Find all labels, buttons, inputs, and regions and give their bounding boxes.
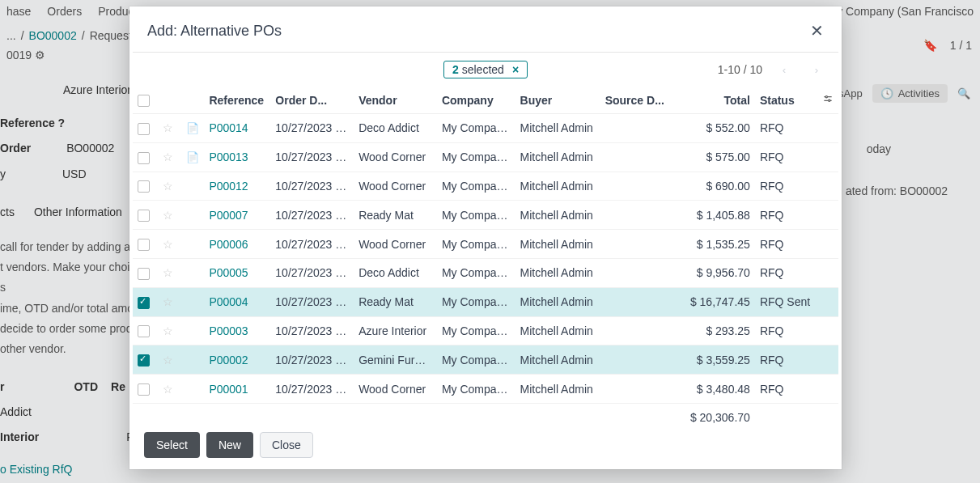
reference-link[interactable]: P00002 (209, 354, 248, 366)
total-value: $ 552.00 (706, 121, 750, 134)
table-row[interactable]: ☆ P00003 10/27/2023 0... Azure Interior … (133, 316, 838, 345)
vendor-name: Azure Interior (358, 324, 426, 337)
row-checkbox[interactable] (138, 123, 150, 135)
table-row[interactable]: ☆ P00005 10/27/2023 0... Deco Addict My … (133, 258, 838, 287)
order-date: 10/27/2023 0... (275, 180, 346, 193)
star-icon[interactable]: ☆ (163, 324, 173, 337)
total-value: $ 1,535.25 (697, 238, 750, 251)
order-date: 10/27/2023 0... (275, 295, 346, 308)
star-icon[interactable]: ☆ (163, 150, 173, 163)
total-value: $ 3,480.48 (697, 383, 750, 396)
status-value: RFQ Sent (760, 295, 810, 308)
order-date: 10/27/2023 0... (275, 383, 346, 396)
table-row[interactable]: ☆ 📄 P00013 10/27/2023 0... Wood Corner M… (133, 142, 838, 172)
reference-link[interactable]: P00014 (209, 121, 248, 134)
activity-icon[interactable]: 📄 (186, 151, 199, 163)
selection-pill[interactable]: 2 selected × (443, 61, 528, 78)
star-icon[interactable]: ☆ (163, 266, 173, 279)
add-alternative-pos-modal: Add: Alternative POs ✕ 2 selected × 1-10… (129, 6, 842, 469)
table-row[interactable]: ☆ P00007 10/27/2023 0... Ready Mat My Co… (133, 201, 838, 230)
buyer-name: Mitchell Admin (520, 238, 593, 251)
row-checkbox[interactable] (138, 354, 150, 366)
reference-link[interactable]: P00001 (209, 383, 248, 396)
star-icon[interactable]: ☆ (163, 209, 173, 222)
col-order-date[interactable]: Order D... (270, 87, 354, 114)
table-row[interactable]: ☆ P00012 10/27/2023 0... Wood Corner My … (133, 172, 838, 201)
select-all-checkbox[interactable] (138, 95, 150, 107)
total-value: $ 690.00 (706, 180, 750, 193)
reference-link[interactable]: P00005 (209, 266, 248, 279)
buyer-name: Mitchell Admin (520, 209, 593, 222)
total-value: $ 16,747.45 (690, 295, 750, 308)
status-value: RFQ (760, 180, 784, 193)
row-checkbox[interactable] (138, 383, 150, 396)
star-icon[interactable]: ☆ (163, 121, 173, 134)
col-buyer[interactable]: Buyer (515, 87, 600, 114)
row-checkbox[interactable] (138, 325, 150, 337)
table-row[interactable]: ☆ P00006 10/27/2023 0... Wood Corner My … (133, 230, 838, 259)
buyer-name: Mitchell Admin (520, 354, 593, 366)
company-name: My Company ... (442, 209, 508, 222)
vendor-name: Wood Corner (358, 150, 426, 163)
reference-link[interactable]: P00007 (209, 209, 248, 222)
total-value: $ 293.25 (706, 324, 750, 337)
row-checkbox[interactable] (138, 180, 150, 193)
row-checkbox[interactable] (138, 297, 150, 309)
star-icon[interactable]: ☆ (163, 238, 173, 251)
col-status[interactable]: Status (755, 87, 817, 114)
vendor-name: Gemini Furnit... (358, 354, 430, 366)
close-icon[interactable]: ✕ (810, 21, 824, 40)
star-icon[interactable]: ☆ (163, 295, 173, 308)
col-total[interactable]: Total (678, 87, 755, 114)
svg-point-3 (829, 100, 830, 101)
reference-link[interactable]: P00004 (209, 295, 248, 308)
reference-link[interactable]: P00006 (209, 238, 248, 251)
reference-link[interactable]: P00013 (209, 150, 248, 163)
star-icon[interactable]: ☆ (163, 383, 173, 396)
activity-icon[interactable]: 📄 (186, 122, 199, 134)
company-name: My Company ... (442, 266, 508, 279)
select-button[interactable]: Select (144, 432, 200, 458)
row-checkbox[interactable] (138, 268, 150, 280)
table-row[interactable]: ☆ 📄 P00014 10/27/2023 0... Deco Addict M… (133, 114, 838, 143)
reference-link[interactable]: P00003 (209, 324, 248, 337)
reference-link[interactable]: P00012 (209, 180, 248, 193)
status-value: RFQ (760, 121, 784, 134)
col-source[interactable]: Source D... (600, 87, 679, 114)
buyer-name: Mitchell Admin (520, 266, 593, 279)
company-name: My Company ... (442, 150, 508, 163)
selected-label: selected (462, 63, 504, 76)
row-checkbox[interactable] (138, 152, 150, 164)
company-name: My Company ... (442, 324, 508, 337)
table-row[interactable]: ☆ P00004 10/27/2023 0... Ready Mat My Co… (133, 287, 838, 316)
vendor-name: Ready Mat (358, 295, 414, 308)
buyer-name: Mitchell Admin (520, 295, 593, 308)
order-date: 10/27/2023 0... (275, 324, 346, 337)
modal-title: Add: Alternative POs (147, 23, 282, 40)
row-checkbox[interactable] (138, 210, 150, 222)
company-name: My Company ... (442, 180, 508, 193)
total-value: $ 9,956.70 (697, 266, 750, 279)
pager-label: 1-10 / 10 (718, 63, 762, 76)
col-vendor[interactable]: Vendor (354, 87, 437, 114)
order-date: 10/27/2023 0... (275, 266, 346, 279)
table-row[interactable]: ☆ P00001 10/27/2023 0... Wood Corner My … (133, 375, 838, 404)
col-reference[interactable]: Reference (204, 87, 270, 114)
row-checkbox[interactable] (138, 239, 150, 251)
next-page-button[interactable]: › (806, 59, 827, 80)
close-button[interactable]: Close (260, 432, 313, 458)
star-icon[interactable]: ☆ (163, 180, 173, 193)
new-button[interactable]: New (206, 432, 253, 458)
order-date: 10/27/2023 0... (275, 121, 346, 134)
buyer-name: Mitchell Admin (520, 324, 593, 337)
adjust-columns-icon[interactable] (822, 94, 834, 107)
clear-selection-icon[interactable]: × (512, 63, 519, 76)
col-company[interactable]: Company (437, 87, 515, 114)
status-value: RFQ (760, 266, 784, 279)
company-name: My Company ... (442, 238, 508, 251)
prev-page-button[interactable]: ‹ (774, 59, 795, 80)
star-icon[interactable]: ☆ (163, 354, 173, 366)
total-value: $ 1,405.88 (697, 209, 750, 222)
table-row[interactable]: ☆ P00002 10/27/2023 0... Gemini Furnit..… (133, 345, 838, 375)
status-value: RFQ (760, 209, 784, 222)
